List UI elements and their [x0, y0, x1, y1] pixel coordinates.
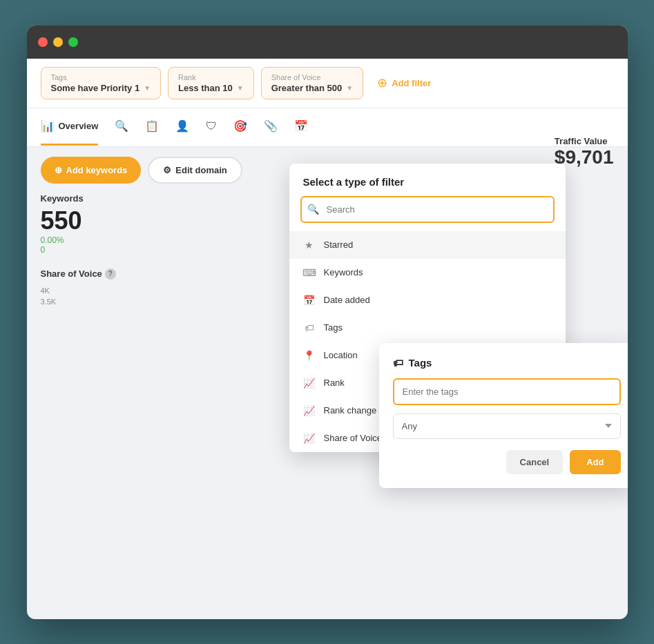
rank-icon: 📈 — [303, 377, 316, 389]
filter-item-tags[interactable]: 🏷 Tags — [289, 314, 566, 342]
tags-dialog-icon: 🏷 — [393, 357, 403, 369]
filter-item-tags-label: Tags — [324, 322, 343, 333]
sov-filter-chip[interactable]: Share of Voice Greater than 500 ▼ — [261, 67, 364, 99]
filter-search-icon: 🔍 — [307, 204, 319, 215]
search-icon: 🔍 — [115, 119, 128, 133]
tags-dialog: 🏷 Tags Any Cancel Add — [379, 343, 628, 488]
filter-item-date-added[interactable]: 📅 Date added — [289, 286, 566, 314]
shield-icon: 🛡 — [206, 120, 217, 133]
filter-search-box: 🔍 — [300, 196, 555, 223]
filter-item-rank-change-label: Rank change — [324, 405, 377, 416]
add-filter-plus-icon: ⊕ — [377, 75, 387, 90]
add-filter-button[interactable]: ⊕ Add filter — [370, 70, 438, 96]
rank-filter-label: Rank — [178, 73, 244, 81]
rank-filter-chevron-icon: ▼ — [237, 84, 244, 92]
filter-item-date-added-label: Date added — [324, 295, 370, 305]
plus-icon: ⊕ — [55, 165, 62, 175]
sov-filter-label: Share of Voice — [271, 73, 354, 81]
rank-filter-value: Less than 10 ▼ — [178, 83, 244, 93]
filter-item-starred-label: Starred — [324, 240, 354, 250]
date-icon: 📅 — [294, 119, 308, 133]
edit-domain-button[interactable]: ⚙ Edit domain — [148, 157, 242, 184]
tab-target[interactable]: 🎯 — [233, 108, 247, 146]
tab-calendar[interactable]: 📋 — [145, 108, 159, 146]
tab-link[interactable]: 📎 — [264, 108, 278, 146]
maximize-button[interactable] — [68, 37, 78, 47]
cancel-button[interactable]: Cancel — [506, 450, 564, 474]
tags-dialog-title-text: Tags — [409, 357, 432, 369]
overview-icon: 📊 — [41, 119, 55, 133]
add-filter-label: Add filter — [392, 78, 431, 88]
filter-search-input[interactable] — [300, 196, 555, 223]
location-icon: 📍 — [303, 349, 316, 362]
add-button[interactable]: Add — [570, 450, 620, 474]
calendar-icon: 📋 — [145, 119, 159, 133]
star-icon: ★ — [303, 239, 316, 251]
minimize-button[interactable] — [53, 37, 63, 47]
add-keywords-label: Add keywords — [66, 165, 128, 175]
sov-filter-chevron-icon: ▼ — [346, 84, 353, 92]
sov-help-icon: ? — [105, 269, 116, 280]
sov-filter-value: Greater than 500 ▼ — [271, 83, 354, 93]
tab-search[interactable]: 🔍 — [115, 108, 128, 146]
user-icon: 👤 — [175, 119, 189, 133]
tab-overview-label: Overview — [59, 121, 99, 131]
sov-icon: 📈 — [303, 432, 316, 445]
tab-overview[interactable]: 📊 Overview — [41, 108, 99, 146]
target-icon: 🎯 — [233, 119, 247, 133]
date-added-icon: 📅 — [303, 294, 316, 306]
filter-item-location-label: Location — [324, 350, 358, 360]
filter-bar: Tags Some have Priority 1 ▼ Rank Less th… — [27, 59, 628, 108]
app-window: Tags Some have Priority 1 ▼ Rank Less th… — [27, 26, 628, 619]
tags-icon: 🏷 — [303, 322, 316, 334]
filter-dropdown-title: Select a type of filter — [289, 164, 566, 196]
tags-input[interactable] — [393, 378, 621, 405]
tags-filter-value: Some have Priority 1 ▼ — [51, 83, 151, 93]
keywords-icon: ⌨ — [303, 266, 316, 279]
edit-domain-label: Edit domain — [175, 165, 227, 175]
tags-actions: Cancel Add — [393, 450, 621, 474]
rank-filter-chip[interactable]: Rank Less than 10 ▼ — [168, 67, 254, 99]
close-button[interactable] — [38, 37, 48, 47]
filter-item-starred[interactable]: ★ Starred — [289, 231, 566, 259]
tags-filter-chevron-icon: ▼ — [144, 84, 151, 92]
filter-item-keywords[interactable]: ⌨ Keywords — [289, 259, 566, 286]
tab-date[interactable]: 📅 — [294, 108, 308, 146]
add-keywords-button[interactable]: ⊕ Add keywords — [41, 157, 142, 184]
filter-item-keywords-label: Keywords — [324, 267, 363, 277]
tags-dialog-title: 🏷 Tags — [393, 357, 621, 369]
link-icon: 📎 — [264, 119, 278, 133]
titlebar — [27, 26, 628, 59]
tab-user[interactable]: 👤 — [175, 108, 189, 146]
rank-change-icon: 📈 — [303, 404, 316, 417]
tags-select[interactable]: Any — [393, 413, 621, 439]
tags-filter-label: Tags — [51, 73, 151, 81]
tags-filter-chip[interactable]: Tags Some have Priority 1 ▼ — [41, 67, 162, 99]
filter-item-rank-label: Rank — [324, 378, 345, 388]
tab-shield[interactable]: 🛡 — [206, 109, 217, 146]
tab-bar: 📊 Overview 🔍 📋 👤 🛡 🎯 — [27, 108, 628, 147]
filter-item-sov-label: Share of Voice — [324, 433, 383, 443]
edit-icon: ⚙ — [163, 165, 171, 175]
